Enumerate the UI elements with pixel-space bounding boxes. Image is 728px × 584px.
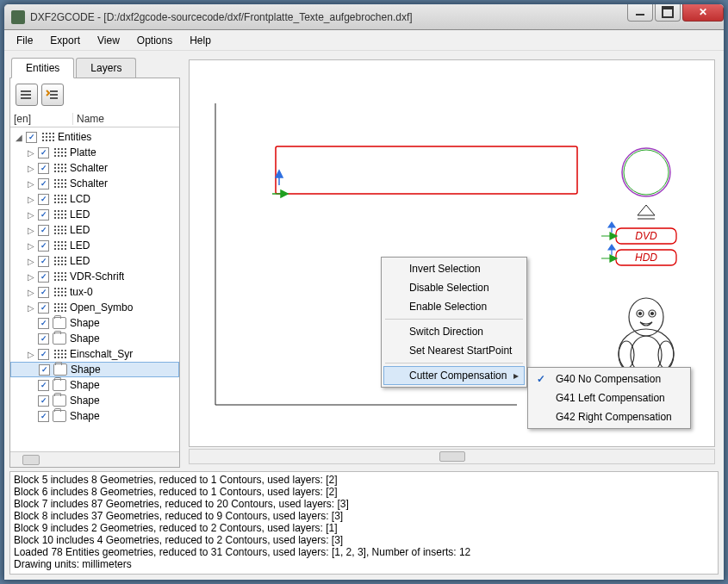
tree-col-name[interactable]: Name [72,113,176,125]
window-maximize-button[interactable] [655,4,681,22]
visibility-checkbox[interactable] [38,333,49,345]
ctx-disable-selection[interactable]: Disable Selection [383,278,525,297]
visibility-checkbox[interactable] [38,349,49,360]
tree-row[interactable]: ▷tux-0 [10,284,179,300]
ctx-cutter-compensation[interactable]: Cutter Compensation [383,366,525,385]
tree-row[interactable]: ◢Entities [10,129,179,145]
menu-export[interactable]: Export [41,31,89,50]
visibility-checkbox[interactable] [38,194,49,205]
visibility-checkbox[interactable] [38,318,49,329]
tree-row[interactable]: ▷Einschalt_Syr [10,346,179,362]
tab-layers[interactable]: Layers [76,58,136,78]
svg-rect-1 [21,94,31,96]
tree-row[interactable]: Shape [10,315,179,331]
tree-row[interactable]: ▷LCD [10,191,179,207]
node-label: Schalter [68,177,108,189]
node-label: LED [68,239,90,252]
expander-icon[interactable]: ▷ [26,303,36,313]
visibility-checkbox[interactable] [38,209,49,221]
menu-view[interactable]: View [89,31,128,50]
expander-icon[interactable]: ◢ [14,133,24,142]
tree-row[interactable]: Shape [10,362,179,377]
tree-row[interactable]: ▷Platte [10,145,179,160]
expander-icon[interactable]: ▷ [26,226,36,235]
visibility-checkbox[interactable] [38,380,49,391]
ctx-set-nearest-startpoint[interactable]: Set Nearest StartPoint [383,341,525,360]
tab-entities[interactable]: Entities [11,58,74,78]
node-label: Shape [68,332,100,345]
expander-icon[interactable]: ▷ [26,257,36,266]
expander-icon[interactable]: ▷ [26,195,36,204]
expander-icon[interactable]: ▷ [26,241,36,251]
visibility-checkbox[interactable] [38,287,49,298]
ctx-enable-selection[interactable]: Enable Selection [383,297,525,316]
shape-icon [53,317,66,329]
tree-row[interactable]: ▷LED [10,207,179,222]
node-label: Shape [68,410,100,422]
tree-row[interactable]: ▷LED [10,238,179,253]
menu-help[interactable]: Help [181,31,220,50]
expand-all-button[interactable] [41,84,64,106]
tree-row[interactable]: ▷VDR-Schrift [10,269,179,284]
entity-icon [53,286,66,298]
shape-icon [53,395,66,407]
window-minimize-button[interactable] [627,4,653,22]
entity-icon [53,146,66,158]
tree-row[interactable]: ▷Open_Symbo [10,300,179,315]
entity-tree[interactable]: ◢Entities▷Platte▷Schalter▷Schalter▷LCD▷L… [10,127,179,451]
tree-col-en[interactable]: [en] [14,113,72,125]
expander-icon[interactable]: ▷ [26,288,36,297]
menu-options[interactable]: Options [128,31,181,50]
tree-row[interactable]: Shape [10,393,179,408]
entity-icon [53,162,66,174]
node-label: Shape [68,395,100,407]
entity-icon [53,193,66,205]
tree-row[interactable]: ▷Schalter [10,176,179,191]
visibility-checkbox[interactable] [39,364,50,376]
expander-icon[interactable]: ▷ [26,272,36,282]
log-line: Block 8 includes 37 Geometries, reduced … [14,510,714,522]
ctx-g40-no-compensation[interactable]: G40 No Compensation [530,370,688,388]
ctx-g41-left-compensation[interactable]: G41 Left Compensation [530,388,688,407]
expander-icon[interactable]: ▷ [26,350,36,359]
entity-icon [53,301,66,314]
visibility-checkbox[interactable] [38,256,49,267]
visibility-checkbox[interactable] [38,395,49,407]
tree-hscroll[interactable] [10,451,179,467]
menu-file[interactable]: File [8,31,41,50]
visibility-checkbox[interactable] [38,147,49,158]
expander-icon[interactable]: ▷ [26,210,36,220]
expander-icon[interactable]: ▷ [26,148,36,158]
ctx-invert-selection[interactable]: Invert Selection [383,259,525,278]
tree-row[interactable]: ▷LED [10,222,179,238]
tree-row[interactable]: Shape [10,377,179,393]
window-close-button[interactable] [682,4,724,22]
node-label: Schalter [68,162,108,174]
visibility-checkbox[interactable] [38,302,49,314]
visibility-checkbox[interactable] [38,163,49,174]
tree-row[interactable]: Shape [10,331,179,346]
visibility-checkbox[interactable] [38,271,49,283]
log-output[interactable]: Block 5 includes 8 Geometries, reduced t… [9,471,719,575]
context-menu: Invert Selection Disable Selection Enabl… [381,257,527,388]
visibility-checkbox[interactable] [26,132,37,143]
svg-point-19 [619,341,634,369]
visibility-checkbox[interactable] [38,240,49,252]
tree-row[interactable]: Shape [10,408,179,424]
expander-icon[interactable]: ▷ [26,164,36,173]
canvas-hscroll[interactable] [189,449,715,464]
visibility-checkbox[interactable] [38,411,49,422]
tree-row[interactable]: ▷Schalter [10,160,179,176]
visibility-checkbox[interactable] [38,178,49,189]
expander-icon[interactable]: ▷ [26,179,36,189]
log-line: Block 9 includes 2 Geometries, reduced t… [14,522,714,534]
entity-icon [53,208,66,221]
collapse-all-button[interactable] [16,84,38,106]
drawing-canvas[interactable]: DVD HDD [189,59,715,447]
ctx-g42-right-compensation[interactable]: G42 Right Compensation [530,407,688,426]
visibility-checkbox[interactable] [38,225,49,236]
tree-row[interactable]: ▷LED [10,253,179,269]
shape-icon [53,363,67,376]
titlebar[interactable]: DXF2GCODE - [D:/dxf2gcode-sourcecode/dxf… [4,4,724,30]
ctx-switch-direction[interactable]: Switch Direction [383,322,525,341]
